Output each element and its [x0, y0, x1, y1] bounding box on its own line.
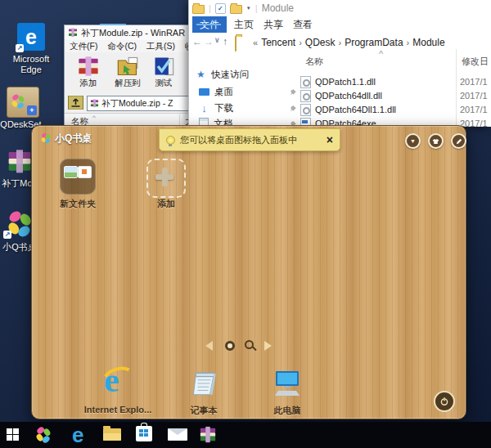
- panel-edit-button[interactable]: [451, 133, 466, 149]
- dock-item-this-pc[interactable]: 此电脑: [246, 365, 328, 414]
- forward-button[interactable]: →: [204, 36, 214, 47]
- xiaoq-desk-panel: 小Q书桌 您可以将桌面图标拖入面板中 × ▼ 新文件夹 添加 e Interne…: [31, 125, 466, 419]
- sidebar-item-downloads[interactable]: ↓ 下载: [189, 101, 304, 115]
- winrar-app-icon: [68, 28, 78, 38]
- add-tile[interactable]: [146, 159, 186, 198]
- cross-badge-icon: +: [27, 105, 37, 115]
- mini-app-thumbnail: [64, 166, 78, 178]
- up-button[interactable]: ↑: [223, 36, 227, 47]
- sidebar-label: 桌面: [214, 86, 233, 98]
- sidebar-quick-access[interactable]: ★ 快速访问: [189, 67, 300, 82]
- installer-box-icon: +: [7, 87, 39, 118]
- winrar-add-button[interactable]: 添加: [70, 55, 107, 92]
- pencil-icon: [456, 138, 462, 145]
- star-icon: ★: [196, 69, 206, 80]
- archive-path-combobox[interactable]: 补丁Module.zip - Z: [87, 96, 193, 111]
- taskbar-mail-icon[interactable]: [168, 428, 187, 441]
- file-row[interactable]: QDPatch64dll.dll 2017/1: [300, 89, 491, 102]
- separator: |: [255, 3, 258, 13]
- windows-logo-icon: [7, 435, 12, 441]
- desktop-icon-label: Microsoft Edge: [8, 54, 54, 75]
- drag-hint-tooltip: 您可以将桌面图标拖入面板中 ×: [159, 128, 340, 151]
- file-date: 2017/1: [460, 77, 488, 87]
- winrar-extract-button[interactable]: 解压到: [109, 55, 146, 92]
- start-button[interactable]: [7, 428, 19, 441]
- dock-item-notepad[interactable]: 记事本: [175, 365, 232, 414]
- prev-page-arrow[interactable]: [205, 341, 213, 351]
- address-folder-icon: [235, 36, 236, 52]
- pinwheel-logo-icon: [40, 132, 52, 144]
- folder-icon[interactable]: [192, 5, 205, 14]
- panel-title: 小Q书桌: [55, 132, 92, 146]
- taskbar-winrar-icon[interactable]: [199, 426, 217, 444]
- shirt-icon: [432, 138, 439, 145]
- file-row[interactable]: QDPatch1.1.dll 2017/1: [300, 75, 491, 88]
- tab-view[interactable]: 查看: [286, 16, 320, 33]
- pin-icon: [290, 105, 297, 112]
- file-date: 2017/1: [460, 105, 488, 114]
- explorer-open-indicator: [100, 24, 126, 25]
- next-page-arrow[interactable]: [264, 341, 272, 351]
- winrar-test-button[interactable]: 测试: [146, 55, 181, 92]
- panel-collapse-button[interactable]: ▼: [405, 133, 421, 149]
- tile-label: 新文件夹: [43, 198, 112, 210]
- properties-check-icon[interactable]: ✓: [215, 3, 226, 14]
- download-arrow-icon: ↓: [199, 102, 209, 114]
- recent-locations-dropdown[interactable]: ∨: [214, 36, 220, 44]
- new-folder-tile[interactable]: [60, 159, 96, 195]
- sidebar-item-desktop[interactable]: 桌面: [189, 84, 304, 99]
- files-col-date[interactable]: 修改日: [462, 56, 489, 68]
- up-one-level-button[interactable]: [68, 96, 83, 110]
- this-pc-icon: [271, 369, 304, 400]
- breadcrumb-separator: ›: [403, 38, 413, 47]
- panel-skin-button[interactable]: [428, 133, 444, 149]
- breadcrumb-item[interactable]: Tencent: [261, 37, 295, 48]
- winrar-title: 补丁Module.zip - WinRAR: [81, 27, 185, 39]
- explorer-window: | ✓ ▼ | Module 文件 主页 共享 查看 ← → ∨ ↑ « Ten…: [188, 0, 491, 127]
- desktop-icon: [199, 88, 209, 96]
- breadcrumb-item[interactable]: Module: [412, 37, 444, 48]
- taskbar-store-icon[interactable]: [136, 426, 152, 441]
- breadcrumb-item[interactable]: ProgramData: [345, 37, 403, 48]
- breadcrumb-separator: ›: [336, 38, 345, 47]
- dock-label: 此电脑: [246, 405, 328, 417]
- folder-icon[interactable]: [230, 5, 242, 14]
- breadcrumb[interactable]: « Tencent › QDesk › ProgramData › Module: [250, 37, 445, 48]
- edge-e-glyph: e: [25, 25, 37, 49]
- separator: |: [209, 3, 211, 13]
- taskbar-xiaoq-icon[interactable]: [34, 426, 52, 444]
- winrar-titlebar[interactable]: 补丁Module.zip - WinRAR: [65, 25, 196, 40]
- winrar-menubar: 文件(F) 命令(C) 工具(S) 收: [65, 40, 196, 52]
- power-button[interactable]: [434, 391, 455, 412]
- back-button[interactable]: ←: [192, 36, 202, 47]
- breadcrumb-item[interactable]: QDesk: [305, 37, 336, 48]
- file-row[interactable]: QDPatch64Dll1.1.dll 2017/1: [300, 103, 491, 116]
- menu-file[interactable]: 文件(F): [70, 41, 97, 52]
- sort-asc-icon: ^: [379, 49, 383, 59]
- file-name: QDPatch64Dll1.1.dll: [315, 105, 396, 114]
- dll-file-icon: [300, 90, 311, 102]
- windows-logo-icon: [13, 435, 19, 441]
- mini-app-thumbnail: [78, 166, 92, 178]
- close-icon[interactable]: ×: [327, 134, 333, 146]
- search-icon[interactable]: [245, 340, 254, 349]
- dll-file-icon: [300, 76, 311, 88]
- test-book-icon: [151, 55, 176, 78]
- chevron-down-icon[interactable]: ▼: [246, 6, 251, 11]
- plus-icon: [162, 168, 168, 186]
- taskbar-edge-icon[interactable]: e: [72, 423, 83, 447]
- menu-commands[interactable]: 命令(C): [107, 41, 137, 52]
- breadcrumb-prefix: «: [250, 38, 261, 47]
- page-indicator-dot[interactable]: [225, 341, 235, 351]
- dll-file-icon: [300, 104, 311, 116]
- windows-logo-icon: [13, 428, 19, 434]
- file-name: QDPatch64dll.dll: [315, 91, 382, 101]
- file-name: QDPatch1.1.dll: [315, 77, 376, 87]
- taskbar-explorer-icon[interactable]: [103, 428, 121, 441]
- menu-tools[interactable]: 工具(S): [146, 41, 175, 52]
- sort-asc-icon: ^: [92, 114, 96, 121]
- files-col-name[interactable]: 名称: [305, 56, 323, 68]
- extract-folder-icon: [115, 55, 140, 78]
- dock-item-ie[interactable]: e Internet Explo...: [77, 365, 159, 414]
- sidebar-label: 快速访问: [211, 69, 249, 81]
